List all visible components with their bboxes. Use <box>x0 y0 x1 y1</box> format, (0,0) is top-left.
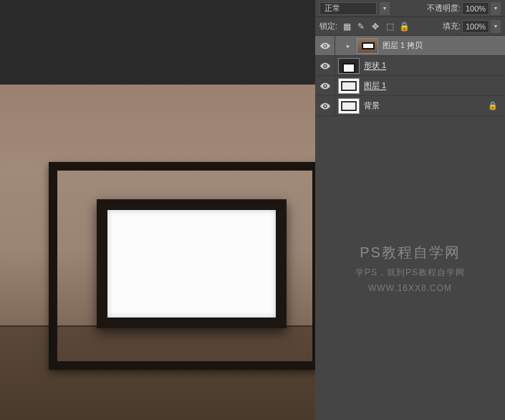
visibility-toggle[interactable] <box>315 56 335 76</box>
layer-row[interactable]: 图层 1 <box>315 76 505 96</box>
layer-name-label[interactable]: 图层 1 拷贝 <box>383 40 423 51</box>
visibility-toggle[interactable] <box>315 96 335 116</box>
watermark: PS教程自学网 学PS，就到PS教程自学网 WWW.16XX8.COM <box>315 116 505 420</box>
lock-icons-group: ▦ ✎ ✥ ⬚ 🔒 <box>342 22 409 32</box>
fill-group: 填充: 100% ▾ <box>443 20 501 33</box>
eye-icon <box>320 82 330 90</box>
layer-thumbnail[interactable] <box>338 78 360 94</box>
layer-content: 图层 1 <box>335 78 505 94</box>
layer-name-label[interactable]: 背景 <box>364 100 380 111</box>
layer-row[interactable]: 形状 1 <box>315 56 505 76</box>
layers-list: ▸ 图层 1 拷贝 形状 1 图层 1 <box>315 36 505 116</box>
canvas-area[interactable] <box>0 0 315 420</box>
lock-label: 锁定: <box>319 21 337 32</box>
expand-arrow-icon[interactable]: ▸ <box>347 42 352 49</box>
watermark-title: PS教程自学网 <box>360 243 461 262</box>
lock-indicator-icon: 🔒 <box>488 101 498 110</box>
layer-content: ▸ 图层 1 拷贝 <box>335 38 505 54</box>
layers-panel: 正常 ▾ 不透明度: 100% ▾ 锁定: ▦ ✎ ✥ ⬚ 🔒 填充: 100%… <box>315 0 505 420</box>
layer-row[interactable]: 背景 🔒 <box>315 96 505 116</box>
fill-label: 填充: <box>443 21 461 32</box>
opacity-dropdown-arrow[interactable]: ▾ <box>491 2 501 15</box>
visibility-toggle[interactable] <box>315 76 335 96</box>
watermark-url: WWW.16XX8.COM <box>368 283 452 293</box>
eye-icon <box>320 102 330 110</box>
opacity-label: 不透明度: <box>427 3 461 14</box>
svg-point-3 <box>324 105 326 107</box>
blend-mode-dropdown[interactable]: 正常 <box>319 2 377 15</box>
blend-mode-dropdown-arrow[interactable]: ▾ <box>380 2 390 15</box>
layer-thumbnail[interactable] <box>357 38 378 54</box>
opacity-group: 不透明度: 100% ▾ <box>427 2 501 15</box>
opacity-input[interactable]: 100% <box>462 2 489 15</box>
layer-row[interactable]: ▸ 图层 1 拷贝 <box>315 36 505 56</box>
svg-point-1 <box>324 65 326 67</box>
watermark-subtitle: 学PS，就到PS教程自学网 <box>355 267 465 279</box>
eye-icon <box>320 62 330 70</box>
blend-mode-value: 正常 <box>324 3 340 14</box>
layer-name-label[interactable]: 形状 1 <box>364 60 386 71</box>
lock-artboard-icon[interactable]: ⬚ <box>385 22 395 32</box>
layer-thumbnail[interactable] <box>338 98 360 114</box>
canvas-image <box>0 85 315 420</box>
fill-dropdown-arrow[interactable]: ▾ <box>491 20 501 33</box>
layer-content: 形状 1 <box>335 58 505 74</box>
layer-content: 背景 🔒 <box>335 98 505 114</box>
lock-brush-icon[interactable]: ✎ <box>356 22 366 32</box>
eye-icon <box>320 42 330 49</box>
lock-move-icon[interactable]: ✥ <box>370 22 380 32</box>
lock-transparency-icon[interactable]: ▦ <box>342 22 352 32</box>
layer-name-label[interactable]: 图层 1 <box>364 80 386 91</box>
svg-point-0 <box>324 44 326 47</box>
lock-row: 锁定: ▦ ✎ ✥ ⬚ 🔒 填充: 100% ▾ <box>315 17 505 36</box>
panel-header-row: 正常 ▾ 不透明度: 100% ▾ <box>315 0 505 17</box>
inner-frame <box>97 199 287 328</box>
fill-input[interactable]: 100% <box>462 20 489 33</box>
layer-thumbnail[interactable] <box>338 58 360 74</box>
lock-all-icon[interactable]: 🔒 <box>399 22 409 32</box>
svg-point-2 <box>324 85 326 87</box>
visibility-toggle[interactable] <box>315 36 335 56</box>
